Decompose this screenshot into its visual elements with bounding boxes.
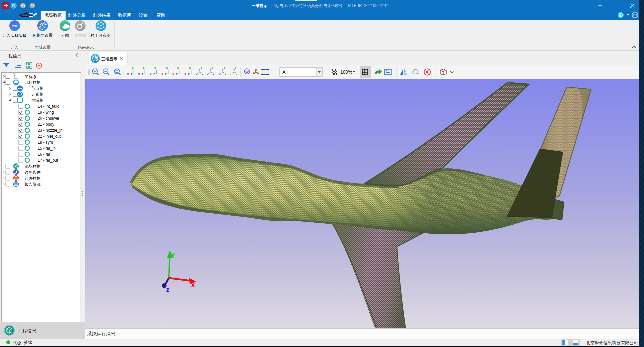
svg-text:Y: Y bbox=[143, 66, 145, 69]
svg-text:x: x bbox=[161, 72, 163, 76]
svg-text:Y: Y bbox=[13, 73, 15, 75]
svg-text:100%: 100% bbox=[340, 69, 352, 75]
svg-text:Y: Y bbox=[177, 66, 179, 69]
svg-text:Y: Y bbox=[200, 66, 202, 69]
svg-text:16 - far: 16 - far bbox=[38, 152, 50, 157]
svg-text:18 - sym: 18 - sym bbox=[38, 140, 53, 145]
svg-text:z: z bbox=[142, 72, 144, 76]
svg-text:21 - body: 21 - body bbox=[38, 122, 54, 127]
svg-text:节点集: 节点集 bbox=[31, 86, 43, 91]
svg-text:Y: Y bbox=[154, 66, 156, 69]
svg-text:元素集: 元素集 bbox=[31, 92, 43, 97]
svg-text:红外数据: 红外数据 bbox=[24, 176, 41, 181]
svg-text:z: z bbox=[154, 72, 155, 76]
svg-text:z: z bbox=[131, 72, 133, 76]
svg-text:x: x bbox=[213, 73, 214, 76]
svg-text:报告资源: 报告资源 bbox=[24, 182, 41, 187]
svg-text:22 - inlet_out: 22 - inlet_out bbox=[38, 134, 61, 139]
svg-text:z: z bbox=[188, 72, 190, 76]
svg-text:14 - int_fluid: 14 - int_fluid bbox=[38, 104, 59, 109]
svg-text:x: x bbox=[202, 73, 203, 76]
svg-text:y: y bbox=[171, 251, 175, 258]
svg-text:z: z bbox=[230, 73, 232, 76]
svg-text:流场数据: 流场数据 bbox=[25, 164, 41, 169]
svg-text:x: x bbox=[150, 72, 152, 76]
svg-text:x: x bbox=[236, 73, 238, 76]
svg-text:几何数据: 几何数据 bbox=[25, 80, 41, 85]
svg-text:x: x bbox=[184, 72, 186, 76]
svg-text:23 - nozzle_in: 23 - nozzle_in bbox=[38, 128, 63, 133]
svg-text:z: z bbox=[166, 286, 169, 293]
svg-text:cas: cas bbox=[12, 23, 17, 28]
svg-text:z: z bbox=[219, 73, 220, 76]
svg-text:Y: Y bbox=[189, 66, 191, 69]
svg-text:17 - far_out: 17 - far_out bbox=[38, 158, 58, 163]
svg-text:x: x bbox=[127, 72, 129, 76]
svg-text:Y: Y bbox=[235, 66, 237, 69]
svg-text:Y: Y bbox=[166, 66, 168, 69]
svg-text:Y: Y bbox=[211, 66, 213, 69]
svg-text:Y: Y bbox=[223, 66, 225, 69]
svg-text:x: x bbox=[172, 72, 174, 76]
svg-text:20 - chuiwei: 20 - chuiwei bbox=[38, 116, 59, 121]
svg-text:z: z bbox=[176, 72, 178, 76]
svg-text:面域集: 面域集 bbox=[31, 98, 43, 103]
svg-text:All: All bbox=[282, 69, 288, 75]
svg-text:z: z bbox=[165, 72, 167, 76]
svg-text:z: z bbox=[207, 73, 208, 76]
svg-text:z: z bbox=[13, 77, 14, 80]
svg-text:x: x bbox=[138, 72, 140, 76]
svg-text:z: z bbox=[196, 73, 197, 76]
svg-text:边界条件: 边界条件 bbox=[25, 170, 41, 175]
svg-text:x: x bbox=[17, 77, 19, 80]
svg-text:19 - wing: 19 - wing bbox=[38, 110, 54, 115]
svg-text:15 - far_in: 15 - far_in bbox=[38, 146, 56, 151]
svg-text:x: x bbox=[191, 281, 195, 288]
svg-text:坐标系: 坐标系 bbox=[24, 74, 37, 79]
svg-text:x: x bbox=[225, 73, 226, 76]
svg-text:Y: Y bbox=[132, 66, 134, 69]
